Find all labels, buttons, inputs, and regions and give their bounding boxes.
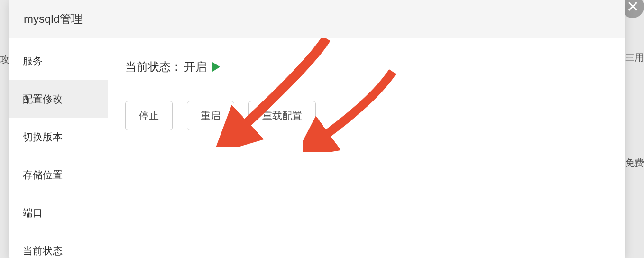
close-icon: ✕ xyxy=(626,0,639,14)
reload-config-button[interactable]: 重载配置 xyxy=(248,101,316,130)
status-value: 开启 xyxy=(184,59,207,74)
sidebar: 服务 配置修改 切换版本 存储位置 端口 当前状态 xyxy=(9,38,108,258)
backdrop-text: 免费 xyxy=(625,157,644,169)
status-label: 当前状态： xyxy=(125,59,182,74)
status-row: 当前状态： 开启 xyxy=(125,59,608,74)
content-panel: 当前状态： 开启 停止 重启 重载配置 xyxy=(108,38,625,258)
annotation-arrow-1 xyxy=(208,38,331,147)
backdrop-text: 攻 xyxy=(0,53,9,66)
sidebar-item-config-edit[interactable]: 配置修改 xyxy=(9,80,108,118)
sidebar-item-service[interactable]: 服务 xyxy=(9,42,108,80)
restart-button[interactable]: 重启 xyxy=(187,101,234,130)
mysqld-management-modal: mysqld管理 服务 配置修改 切换版本 存储位置 端口 当前状态 当前状态：… xyxy=(9,0,625,258)
sidebar-item-storage-location[interactable]: 存储位置 xyxy=(9,156,108,194)
modal-title: mysqld管理 xyxy=(24,11,611,27)
modal-header: mysqld管理 xyxy=(9,0,625,38)
sidebar-item-port[interactable]: 端口 xyxy=(9,194,108,232)
sidebar-item-switch-version[interactable]: 切换版本 xyxy=(9,118,108,156)
sidebar-item-current-status[interactable]: 当前状态 xyxy=(9,232,108,258)
backdrop-text: 三用 xyxy=(625,51,644,64)
play-icon xyxy=(212,62,220,72)
button-row: 停止 重启 重载配置 xyxy=(125,101,608,130)
stop-button[interactable]: 停止 xyxy=(125,101,173,130)
modal-body: 服务 配置修改 切换版本 存储位置 端口 当前状态 当前状态： 开启 停止 重启… xyxy=(9,38,625,258)
